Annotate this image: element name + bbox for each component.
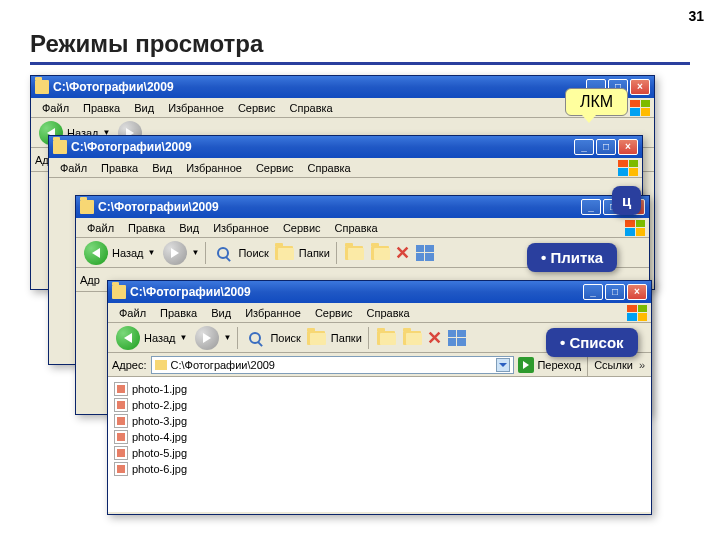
arrow-right-icon [171, 248, 179, 258]
delete-button[interactable]: ✕ [427, 327, 442, 349]
menu-edit[interactable]: Правка [121, 220, 172, 236]
move-button[interactable] [401, 327, 423, 349]
views-button[interactable] [446, 327, 468, 349]
menu-help[interactable]: Справка [328, 220, 385, 236]
move-button[interactable] [369, 242, 391, 264]
menu-edit[interactable]: Правка [153, 305, 204, 321]
menu-view[interactable]: Вид [145, 160, 179, 176]
minimize-button[interactable]: _ [583, 284, 603, 300]
menu-help[interactable]: Справка [283, 100, 340, 116]
address-dropdown[interactable] [496, 358, 510, 372]
mode-label-partial: ц [612, 186, 641, 215]
search-label: Поиск [238, 247, 268, 259]
folder-icon [155, 360, 167, 370]
folders-button[interactable] [273, 242, 295, 264]
views-icon [416, 245, 434, 261]
menubar: Файл Правка Вид Избранное Сервис Справка [31, 98, 654, 118]
minimize-button[interactable]: _ [574, 139, 594, 155]
arrow-right-icon [203, 333, 211, 343]
address-label: Адрес: [112, 359, 147, 371]
menu-favorites[interactable]: Избранное [161, 100, 231, 116]
list-item[interactable]: photo-1.jpg [112, 381, 647, 397]
address-label-stub: Ад [35, 154, 49, 166]
folder-icon [112, 285, 126, 299]
windows-logo-icon [630, 100, 650, 116]
arrow-left-icon [124, 333, 132, 343]
back-button[interactable]: Назад ▼ [80, 239, 159, 267]
address-input[interactable]: C:\Фотографии\2009 [151, 356, 515, 374]
list-item[interactable]: photo-3.jpg [112, 413, 647, 429]
search-icon [217, 247, 229, 259]
menu-favorites[interactable]: Избранное [179, 160, 249, 176]
menu-tools[interactable]: Сервис [231, 100, 283, 116]
titlebar: C:\Фотографии\2009 _ □ × [49, 136, 642, 158]
image-file-icon [114, 430, 128, 444]
image-file-icon [114, 414, 128, 428]
menu-file[interactable]: Файл [35, 100, 76, 116]
address-path: C:\Фотографии\2009 [171, 359, 275, 371]
image-file-icon [114, 382, 128, 396]
menu-favorites[interactable]: Избранное [238, 305, 308, 321]
minimize-button[interactable]: _ [581, 199, 601, 215]
folders-button[interactable] [305, 327, 327, 349]
menu-tools[interactable]: Сервис [249, 160, 301, 176]
menu-file[interactable]: Файл [80, 220, 121, 236]
menu-help[interactable]: Справка [301, 160, 358, 176]
lkm-callout: ЛКМ [565, 88, 628, 116]
list-item[interactable]: photo-4.jpg [112, 429, 647, 445]
file-list: photo-1.jpg photo-2.jpg photo-3.jpg phot… [108, 377, 651, 512]
links-label[interactable]: Ссылки [594, 359, 633, 371]
menu-file[interactable]: Файл [112, 305, 153, 321]
file-name: photo-5.jpg [132, 447, 187, 459]
maximize-button[interactable]: □ [596, 139, 616, 155]
list-item[interactable]: photo-6.jpg [112, 461, 647, 477]
menu-tools[interactable]: Сервис [276, 220, 328, 236]
search-button[interactable] [244, 327, 266, 349]
menu-view[interactable]: Вид [204, 305, 238, 321]
windows-logo-icon [625, 220, 645, 236]
separator [237, 327, 238, 349]
search-button[interactable] [212, 242, 234, 264]
titlebar: C:\Фотографии\2009 _ □ × [76, 196, 649, 218]
menu-view[interactable]: Вид [172, 220, 206, 236]
image-file-icon [114, 446, 128, 460]
menu-file[interactable]: Файл [53, 160, 94, 176]
image-file-icon [114, 462, 128, 476]
delete-button[interactable]: ✕ [395, 242, 410, 264]
menu-favorites[interactable]: Избранное [206, 220, 276, 236]
close-button[interactable]: × [618, 139, 638, 155]
folders-icon [377, 331, 395, 345]
close-button[interactable]: × [627, 284, 647, 300]
history-button[interactable] [343, 242, 365, 264]
folder-icon [53, 140, 67, 154]
views-button[interactable] [414, 242, 436, 264]
menu-view[interactable]: Вид [127, 100, 161, 116]
mode-label-tile: • Плитка [527, 243, 617, 272]
views-icon [448, 330, 466, 346]
window-title: C:\Фотографии\2009 [71, 140, 574, 154]
go-arrow-icon [518, 357, 534, 373]
menu-edit[interactable]: Правка [76, 100, 127, 116]
titlebar: C:\Фотографии\2009 _ □ × [108, 281, 651, 303]
menu-edit[interactable]: Правка [94, 160, 145, 176]
chevron-icon[interactable]: » [637, 359, 647, 371]
go-button[interactable]: Переход [518, 357, 581, 373]
file-name: photo-6.jpg [132, 463, 187, 475]
arrow-left-icon [92, 248, 100, 258]
window-title: C:\Фотографии\2009 [98, 200, 581, 214]
list-item[interactable]: photo-5.jpg [112, 445, 647, 461]
menu-help[interactable]: Справка [360, 305, 417, 321]
separator [205, 242, 206, 264]
file-name: photo-3.jpg [132, 415, 187, 427]
maximize-button[interactable]: □ [605, 284, 625, 300]
history-button[interactable] [375, 327, 397, 349]
windows-logo-icon [618, 160, 638, 176]
mode-label-list: • Список [546, 328, 638, 357]
list-item[interactable]: photo-2.jpg [112, 397, 647, 413]
close-button[interactable]: × [630, 79, 650, 95]
forward-button[interactable] [195, 326, 219, 350]
forward-button[interactable] [163, 241, 187, 265]
back-button[interactable]: Назад ▼ [112, 324, 191, 352]
menu-tools[interactable]: Сервис [308, 305, 360, 321]
file-name: photo-4.jpg [132, 431, 187, 443]
